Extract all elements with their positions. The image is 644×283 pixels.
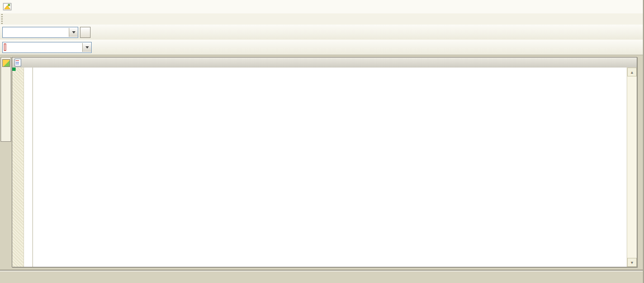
search-dropdown-button[interactable] — [69, 28, 78, 37]
search-combobox — [2, 27, 78, 38]
editor-toolbar — [0, 40, 643, 55]
menu-bar — [0, 13, 643, 25]
module-document-icon — [15, 59, 21, 66]
status-bar — [0, 271, 643, 283]
configuration-icon — [2, 59, 10, 67]
search-input[interactable] — [3, 28, 69, 36]
sidebar-tab-configuration[interactable] — [1, 57, 11, 142]
mdi-workspace: ▲ ▼ — [0, 55, 643, 271]
app-icon — [3, 2, 12, 11]
module-document-window: ▲ ▼ — [12, 57, 637, 267]
scroll-down-button[interactable]: ▼ — [627, 258, 637, 267]
function-badge-icon — [4, 44, 6, 51]
chevron-down-icon — [72, 31, 75, 33]
drag-handle[interactable] — [1, 14, 3, 24]
chevron-down-icon — [86, 46, 89, 49]
code-editor: ▲ ▼ — [12, 68, 637, 267]
vertical-scrollbar[interactable]: ▲ ▼ — [627, 68, 637, 267]
standard-toolbar — [0, 25, 643, 40]
code-text-area[interactable] — [33, 68, 627, 267]
window-title-bar[interactable] — [0, 0, 643, 13]
procedure-dropdown-button[interactable] — [82, 43, 91, 52]
document-title-bar[interactable] — [12, 57, 637, 68]
scroll-up-button[interactable]: ▲ — [627, 68, 637, 76]
configurator-window: ▲ ▼ — [0, 0, 644, 283]
procedure-combobox[interactable] — [2, 42, 92, 53]
bookmark-margin[interactable] — [12, 68, 24, 267]
clear-search-button[interactable] — [80, 27, 91, 38]
